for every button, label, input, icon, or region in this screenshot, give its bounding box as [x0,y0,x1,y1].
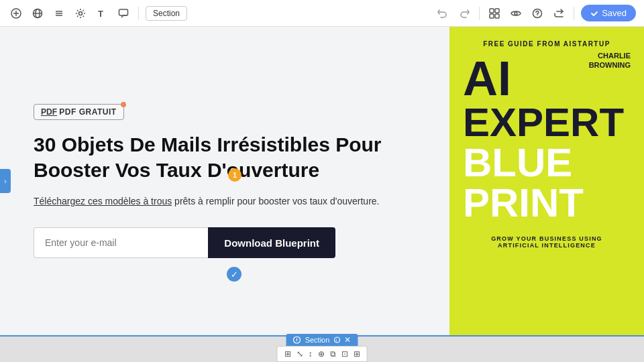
email-input[interactable] [34,227,208,258]
book-ai-text: AI [463,54,511,103]
divider3 [574,7,574,20]
divider [138,7,139,20]
section-button[interactable]: Section [146,6,187,21]
section-tool-6[interactable]: ⊡ [340,349,350,359]
book-expert-text: EXPERT [463,103,631,143]
left-content: PDF PDF GRATUIT 30 Objets De Mails Irrés… [34,104,396,258]
bottom-section-controls: Section i ✕ ⊞ ⤡ ↕ ⊕ ⧉ ⊡ ⊞ [277,334,368,362]
svg-point-22 [297,337,297,338]
collapse-arrow[interactable]: › [0,169,11,193]
comment-icon[interactable] [115,5,131,21]
share-icon[interactable] [551,5,567,21]
subtitle-text: prêts à remplir pour booster vos taux d'… [172,196,379,206]
list-icon[interactable] [51,5,67,21]
book-author: CHARLIE BROWNING [511,51,631,70]
section-tool-7[interactable]: ⊞ [352,349,362,359]
book-top-label: FREE GUIDE FROM AISTARTUP [483,40,610,48]
section-icons-bar: ⊞ ⤡ ↕ ⊕ ⧉ ⊡ ⊞ [277,346,368,362]
pdf-badge: PDF PDF GRATUIT [34,104,124,120]
book-subtitle: GROW YOUR BUSINESS USING ARTIFICIAL INTE… [491,229,602,249]
section-tool-4[interactable]: ⊕ [317,349,326,359]
svg-rect-13 [495,9,499,13]
section-label-bar: Section i ✕ [286,334,358,346]
book-blue-text: BLUE [463,143,631,183]
section-tool-1[interactable]: ⊞ [283,349,292,359]
edit-indicator-blue[interactable]: ✓ [227,267,241,282]
gear-icon[interactable] [72,5,89,21]
add-icon[interactable] [8,5,24,21]
canvas-area: › PDF PDF GRATUIT 30 Objets De Mails Irr… [0,27,644,335]
svg-point-9 [79,11,83,15]
edit-indicator-orange[interactable]: 1 [228,168,241,182]
svg-point-18 [537,15,538,16]
email-form: Download Blueprint [34,227,335,258]
section-label: Section [305,336,330,344]
pdf-badge-text: PDF GRATUIT [59,107,116,117]
section-content: PDF PDF GRATUIT 30 Objets De Mails Irrés… [0,27,449,335]
subtitle: Téléchargez ces modèles à trous prêts à … [34,194,396,208]
pdf-dot [121,102,126,107]
svg-rect-11 [119,9,128,15]
book-cover: FREE GUIDE FROM AISTARTUP AI CHARLIE BRO… [449,27,644,335]
undo-icon[interactable] [435,5,451,21]
eye-icon[interactable] [508,5,524,21]
saved-button[interactable]: Saved [581,5,636,21]
svg-rect-12 [490,9,494,13]
svg-rect-15 [495,14,499,18]
toolbar: T Section [0,0,644,27]
divider2 [479,7,480,20]
svg-point-16 [515,12,517,15]
text-icon[interactable]: T [94,5,110,21]
svg-rect-14 [490,14,494,18]
globe-icon[interactable] [30,5,46,21]
section-tool-3[interactable]: ↕ [307,349,314,359]
svg-text:T: T [98,9,103,19]
main-title: 30 Objets De Mails Irrésistibles Pour Bo… [34,132,396,182]
section-tool-5[interactable]: ⧉ [329,349,337,359]
section-tool-2[interactable]: ⤡ [295,349,305,359]
section-close-button[interactable]: ✕ [344,335,351,345]
saved-label: Saved [602,8,627,18]
book-print-text: PRINT [463,183,631,223]
download-button[interactable]: Download Blueprint [208,227,335,258]
subtitle-link[interactable]: Téléchargez ces modèles à trous [34,196,172,206]
help-icon[interactable] [529,5,545,21]
redo-icon[interactable] [456,5,472,21]
layout-icon[interactable] [486,5,502,21]
pdf-underline: PDF [41,107,57,117]
svg-text:i: i [335,338,337,343]
bottom-bar: Section i ✕ ⊞ ⤡ ↕ ⊕ ⧉ ⊡ ⊞ [0,335,644,362]
